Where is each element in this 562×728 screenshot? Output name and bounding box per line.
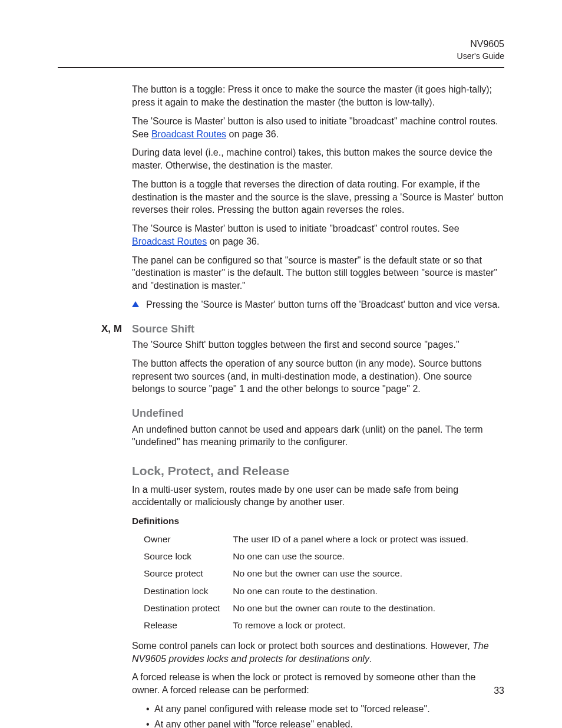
- broadcast-routes-link[interactable]: Broadcast Routes: [132, 236, 207, 246]
- body-paragraph: In a multi-user system, routes made by o…: [132, 483, 504, 509]
- product-model: NV9605: [58, 38, 504, 51]
- body-paragraph: The button is a toggle: Press it once to…: [132, 83, 504, 109]
- text-run: The 'Source is Master' button is used to…: [132, 223, 459, 233]
- margin-tag: X, M: [101, 322, 122, 335]
- header-rule: [58, 67, 504, 68]
- list-item: At any panel configured with release mod…: [146, 703, 504, 716]
- page-header: NV9605 User's Guide: [58, 38, 504, 61]
- def-desc: To remove a lock or protect.: [233, 617, 475, 634]
- body-paragraph: The 'Source is Master' button is also us…: [132, 115, 504, 141]
- table-row: Source protect No one but the owner can …: [144, 565, 475, 582]
- body-paragraph: The panel can be configured so that "sou…: [132, 254, 504, 292]
- document-title: User's Guide: [58, 51, 504, 62]
- def-term: Source protect: [144, 565, 233, 582]
- note-callout: Pressing the 'Source is Master' button t…: [132, 298, 504, 311]
- def-desc: No one can use the source.: [233, 548, 475, 565]
- body-column: The button is a toggle: Press it once to…: [132, 83, 504, 728]
- body-paragraph: The 'Source Shift' button toggles betwee…: [132, 338, 504, 351]
- definitions-table: Owner The user ID of a panel where a loc…: [144, 531, 475, 633]
- def-term: Release: [144, 617, 233, 634]
- table-row: Owner The user ID of a panel where a loc…: [144, 531, 475, 548]
- def-desc: The user ID of a panel where a lock or p…: [233, 531, 475, 548]
- def-desc: No one can route to the destination.: [233, 582, 475, 599]
- definitions-label: Definitions: [132, 515, 504, 527]
- page-number: 33: [494, 686, 504, 696]
- table-row: Destination protect No one but the owner…: [144, 599, 475, 617]
- section-heading-main: Lock, Protect, and Release: [132, 463, 504, 480]
- table-row: Source lock No one can use the source.: [144, 548, 475, 565]
- body-paragraph: The button is a toggle that reverses the…: [132, 178, 504, 216]
- body-paragraph: An undefined button cannot be used and a…: [132, 423, 504, 449]
- def-term: Destination lock: [144, 582, 233, 599]
- def-term: Owner: [144, 531, 233, 548]
- bullet-list: At any panel configured with release mod…: [146, 703, 504, 728]
- table-row: Release To remove a lock or protect.: [144, 617, 475, 634]
- body-paragraph: The 'Source is Master' button is used to…: [132, 222, 504, 248]
- body-paragraph: During data level (i.e., machine control…: [132, 146, 504, 172]
- section-undefined: Undefined An undefined button cannot be …: [132, 406, 504, 449]
- note-text: Pressing the 'Source is Master' button t…: [146, 299, 500, 309]
- body-paragraph: The button affects the operation of any …: [132, 357, 504, 396]
- def-term: Destination protect: [144, 599, 233, 617]
- section-heading: Undefined: [132, 406, 504, 420]
- def-desc: No one but the owner can use the source.: [233, 565, 475, 582]
- page: NV9605 User's Guide The button is a togg…: [0, 0, 562, 728]
- section-heading: Source Shift: [132, 322, 504, 336]
- triangle-icon: [132, 301, 139, 307]
- text-run: on page 36.: [226, 129, 279, 139]
- text-run: .: [369, 654, 372, 664]
- section-source-shift: X, M Source Shift The 'Source Shift' but…: [132, 322, 504, 396]
- text-run: Some control panels can lock or protect …: [132, 641, 472, 651]
- text-run: on page 36.: [207, 236, 259, 246]
- broadcast-routes-link[interactable]: Broadcast Routes: [151, 129, 226, 139]
- table-row: Destination lock No one can route to the…: [144, 582, 475, 599]
- body-paragraph: A forced release is when the lock or pro…: [132, 671, 504, 697]
- body-paragraph: Some control panels can lock or protect …: [132, 640, 504, 666]
- def-term: Source lock: [144, 548, 233, 565]
- def-desc: No one but the owner can route to the de…: [233, 599, 475, 617]
- list-item: At any other panel with "force release" …: [146, 718, 504, 728]
